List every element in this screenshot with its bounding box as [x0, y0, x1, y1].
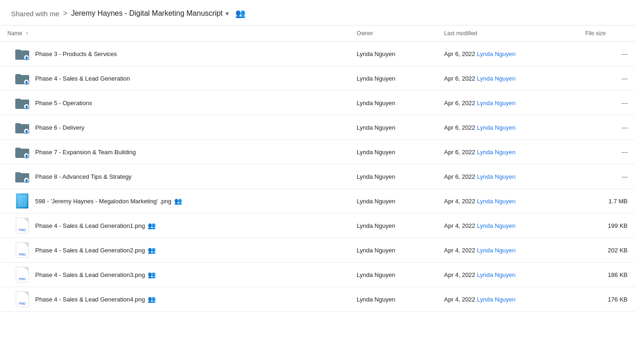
shared-people-icon: 👥 — [148, 295, 156, 303]
file-name-text: Phase 4 - Sales & Lead Generation — [35, 75, 130, 82]
table-row[interactable]: 598 - 'Jeremy Haynes - Megalodon Marketi… — [0, 189, 635, 213]
file-modified: Apr 4, 2022 Lynda Nguyen — [437, 238, 578, 263]
file-modified: Apr 6, 2022 Lynda Nguyen — [437, 42, 578, 66]
file-modified: Apr 4, 2022 Lynda Nguyen — [437, 213, 578, 238]
file-owner: Lynda Nguyen — [349, 42, 437, 66]
breadcrumb-separator: > — [63, 9, 67, 18]
file-name-cell: 👤 Phase 5 - Operations — [7, 95, 342, 110]
shared-people-icon: 👥 — [174, 197, 182, 205]
png-file-icon: PNG — [15, 292, 30, 307]
svg-text:👤: 👤 — [25, 130, 29, 134]
file-modified: Apr 4, 2022 Lynda Nguyen — [437, 287, 578, 312]
shared-with-me-link[interactable]: Shared with me — [11, 10, 59, 18]
file-name-cell: 👤 Phase 7 - Expansion & Team Building — [7, 144, 342, 159]
file-owner: Lynda Nguyen — [349, 115, 437, 140]
table-row[interactable]: PNG Phase 4 - Sales & Lead Generation4.p… — [0, 287, 635, 312]
svg-rect-17 — [15, 148, 21, 150]
file-name-text: Phase 4 - Sales & Lead Generation4.png — [35, 296, 145, 303]
svg-rect-5 — [15, 74, 21, 76]
file-size: 176 KB — [578, 287, 635, 312]
people-icon: 👥 — [235, 8, 245, 19]
file-owner: Lynda Nguyen — [349, 189, 437, 213]
table-row[interactable]: 👤 Phase 5 - Operations Lynda NguyenApr 6… — [0, 91, 635, 115]
breadcrumb: Shared with me > Jeremy Haynes - Digital… — [0, 0, 635, 25]
modifier-name: Lynda Nguyen — [477, 149, 516, 156]
file-modified: Apr 6, 2022 Lynda Nguyen — [437, 115, 578, 140]
folder-shared-icon: 👤 — [15, 169, 30, 184]
file-size: — — [578, 115, 635, 140]
table-row[interactable]: 👤 Phase 6 - Delivery Lynda NguyenApr 6, … — [0, 115, 635, 140]
column-header-name[interactable]: Name ↑ — [0, 25, 349, 42]
table-row[interactable]: 👤 Phase 8 - Advanced Tips & Strategy Lyn… — [0, 164, 635, 189]
file-name-text: Phase 4 - Sales & Lead Generation2.png — [35, 247, 145, 254]
table-row[interactable]: PNG Phase 4 - Sales & Lead Generation3.p… — [0, 263, 635, 287]
file-modified: Apr 6, 2022 Lynda Nguyen — [437, 91, 578, 115]
svg-text:👤: 👤 — [25, 154, 29, 158]
shared-people-icon: 👥 — [148, 222, 156, 229]
file-table: Name ↑ Owner Last modified File size 👤 P… — [0, 25, 635, 312]
file-modified: Apr 4, 2022 Lynda Nguyen — [437, 263, 578, 287]
file-size: 186 KB — [578, 263, 635, 287]
table-header-row: Name ↑ Owner Last modified File size — [0, 25, 635, 42]
svg-text:👤: 👤 — [25, 56, 29, 60]
svg-rect-9 — [15, 99, 21, 101]
table-row[interactable]: 👤 Phase 7 - Expansion & Team Building Ly… — [0, 140, 635, 164]
svg-rect-13 — [15, 123, 21, 126]
file-name-cell: PNG Phase 4 - Sales & Lead Generation3.p… — [7, 267, 342, 282]
svg-text:👤: 👤 — [25, 81, 29, 85]
modifier-name: Lynda Nguyen — [477, 247, 516, 254]
folder-shared-icon: 👤 — [15, 46, 30, 61]
file-owner: Lynda Nguyen — [349, 66, 437, 91]
folder-shared-icon: 👤 — [15, 144, 30, 159]
folder-shared-icon: 👤 — [15, 71, 30, 86]
file-modified: Apr 6, 2022 Lynda Nguyen — [437, 164, 578, 189]
svg-rect-21 — [15, 172, 21, 175]
file-name-cell: 598 - 'Jeremy Haynes - Megalodon Marketi… — [7, 194, 342, 208]
file-name-text: Phase 4 - Sales & Lead Generation1.png — [35, 222, 145, 229]
file-modified: Apr 4, 2022 Lynda Nguyen — [437, 189, 578, 213]
column-header-owner[interactable]: Owner — [349, 25, 437, 42]
file-name-text: Phase 7 - Expansion & Team Building — [35, 149, 136, 156]
sort-arrow-icon: ↑ — [25, 30, 28, 37]
file-name-cell: 👤 Phase 6 - Delivery — [7, 120, 342, 135]
column-header-modified[interactable]: Last modified — [437, 25, 578, 42]
modifier-name: Lynda Nguyen — [477, 50, 516, 57]
svg-text:👤: 👤 — [25, 179, 29, 183]
file-name-text: Phase 4 - Sales & Lead Generation3.png — [35, 271, 145, 278]
table-row[interactable]: 👤 Phase 4 - Sales & Lead Generation Lynd… — [0, 66, 635, 91]
table-row[interactable]: PNG Phase 4 - Sales & Lead Generation1.p… — [0, 213, 635, 238]
modifier-name: Lynda Nguyen — [477, 173, 516, 180]
shared-people-icon: 👥 — [148, 246, 156, 254]
modifier-name: Lynda Nguyen — [477, 124, 516, 131]
table-row[interactable]: PNG Phase 4 - Sales & Lead Generation2.p… — [0, 238, 635, 263]
file-name-text: Phase 3 - Products & Services — [35, 50, 117, 57]
modifier-name: Lynda Nguyen — [477, 296, 516, 303]
file-size: 199 KB — [578, 213, 635, 238]
modifier-name: Lynda Nguyen — [477, 100, 516, 107]
modifier-name: Lynda Nguyen — [477, 75, 516, 82]
dropdown-chevron-icon[interactable]: ▾ — [226, 10, 229, 17]
current-folder-name: Jeremy Haynes - Digital Marketing Manusc… — [71, 9, 229, 18]
svg-text:👤: 👤 — [25, 105, 29, 109]
file-name-cell: 👤 Phase 4 - Sales & Lead Generation — [7, 71, 342, 86]
file-modified: Apr 6, 2022 Lynda Nguyen — [437, 140, 578, 164]
file-owner: Lynda Nguyen — [349, 263, 437, 287]
file-owner: Lynda Nguyen — [349, 140, 437, 164]
file-modified: Apr 6, 2022 Lynda Nguyen — [437, 66, 578, 91]
file-name-cell: PNG Phase 4 - Sales & Lead Generation2.p… — [7, 243, 342, 257]
file-name-cell: 👤 Phase 3 - Products & Services — [7, 46, 342, 61]
table-row[interactable]: 👤 Phase 3 - Products & Services Lynda Ng… — [0, 42, 635, 66]
file-size: — — [578, 42, 635, 66]
file-size: — — [578, 140, 635, 164]
modifier-name: Lynda Nguyen — [477, 222, 516, 229]
column-header-size[interactable]: File size — [578, 25, 635, 42]
png-file-icon: PNG — [15, 267, 30, 282]
file-name-text: 598 - 'Jeremy Haynes - Megalodon Marketi… — [35, 198, 171, 205]
file-size: — — [578, 91, 635, 115]
file-owner: Lynda Nguyen — [349, 164, 437, 189]
folder-shared-icon: 👤 — [15, 95, 30, 110]
file-owner: Lynda Nguyen — [349, 287, 437, 312]
file-owner: Lynda Nguyen — [349, 213, 437, 238]
file-name-text: Phase 6 - Delivery — [35, 124, 84, 131]
file-name-cell: PNG Phase 4 - Sales & Lead Generation4.p… — [7, 292, 342, 307]
